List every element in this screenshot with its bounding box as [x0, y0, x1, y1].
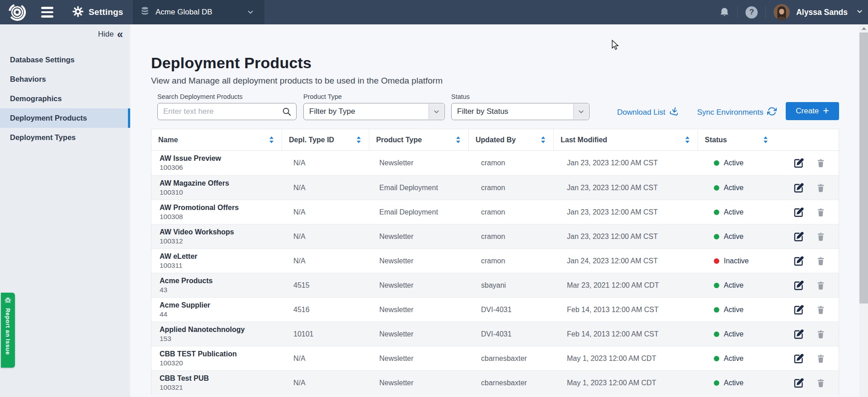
updated-by-cell: cramon [468, 200, 553, 224]
delete-trash-button[interactable] [816, 183, 825, 193]
edit-button[interactable] [793, 256, 804, 266]
delete-trash-button[interactable] [816, 305, 825, 315]
sort-icon[interactable] [685, 136, 689, 143]
last-modified-cell: Mar 23, 2021 12:00 AM CDT [553, 273, 698, 297]
scrollbar-up-arrow[interactable] [859, 24, 868, 33]
product-name[interactable]: CBB Test PUB [160, 374, 209, 383]
delete-trash-button[interactable] [816, 378, 825, 388]
product-type-cell: Newsletter [369, 224, 468, 248]
edit-button[interactable] [793, 280, 804, 291]
product-type-cell: Email Deployment [369, 176, 468, 200]
search-icon[interactable] [282, 107, 292, 118]
column-header-product-type[interactable]: Product Type [369, 129, 468, 150]
notifications-bell-icon[interactable] [719, 7, 730, 18]
sort-icon[interactable] [456, 136, 460, 143]
sidebar-item-database-settings[interactable]: Database Settings [0, 50, 130, 70]
search-label: Search Deployment Products [157, 93, 297, 100]
report-issue-tab[interactable]: Report an Issue [1, 293, 15, 368]
user-menu[interactable]: Alyssa Sands [774, 4, 863, 20]
depl-type-id-cell: N/A [282, 346, 369, 370]
product-name[interactable]: AW Magazine Offers [160, 179, 229, 188]
status-label: Active [724, 233, 744, 241]
table-row: AW Issue Preview 100306 N/A Newsletter c… [151, 151, 839, 175]
name-cell: Acme Products 43 [151, 273, 282, 297]
create-button[interactable]: Create + [786, 102, 839, 120]
nav-settings[interactable]: Settings [60, 0, 135, 24]
hide-label: Hide [98, 30, 114, 39]
name-cell: CBB TEST Publication 100320 [151, 346, 282, 370]
depl-type-id-cell: 10101 [282, 322, 369, 346]
column-header-last-modified[interactable]: Last Modified [553, 129, 698, 150]
chevron-down-icon [856, 8, 863, 17]
product-name[interactable]: AW Video Workshops [160, 228, 234, 237]
product-name[interactable]: AW eLetter [160, 252, 198, 261]
status-cell: Active [698, 371, 780, 395]
help-icon[interactable]: ? [745, 6, 758, 19]
product-type-cell: Newsletter [369, 371, 468, 395]
delete-trash-button[interactable] [816, 280, 825, 290]
product-type-select[interactable]: Filter by Type [303, 103, 445, 120]
edit-button[interactable] [793, 182, 804, 193]
delete-trash-button[interactable] [816, 329, 825, 339]
updated-by-cell: cbarnesbaxter [468, 371, 553, 395]
column-header-depl-type-id[interactable]: Depl. Type ID [282, 129, 369, 150]
table-header: Name Depl. Type ID Product Type Updated … [151, 129, 839, 151]
edit-button[interactable] [793, 378, 804, 388]
column-header-status[interactable]: Status [698, 129, 780, 150]
edit-button[interactable] [793, 158, 804, 168]
edit-button[interactable] [793, 329, 804, 340]
product-name[interactable]: AW Promotional Offers [160, 203, 239, 212]
delete-trash-button[interactable] [816, 232, 825, 242]
updated-by-cell: cbarnesbaxter [468, 346, 553, 370]
status-cell: Active [698, 224, 780, 248]
status-cell: Active [698, 322, 780, 346]
depl-type-id-cell: N/A [282, 371, 369, 395]
sort-icon[interactable] [269, 136, 274, 143]
scrollbar-thumb[interactable] [859, 33, 868, 304]
delete-trash-button[interactable] [816, 158, 825, 168]
search-input[interactable] [157, 103, 297, 120]
actions-cell [780, 249, 840, 273]
last-modified-cell: Jan 23, 2023 12:00 AM CST [553, 200, 698, 224]
product-name[interactable]: CBB TEST Publication [160, 350, 237, 359]
product-id: 43 [160, 285, 167, 294]
product-name[interactable]: AW Issue Preview [160, 154, 221, 163]
status-label: Active [724, 330, 744, 338]
menu-hamburger-icon[interactable] [34, 0, 60, 24]
delete-trash-button[interactable] [816, 256, 825, 266]
sync-environments-link[interactable]: Sync Environments [697, 107, 777, 118]
product-name[interactable]: Acme Products [160, 276, 212, 285]
status-select[interactable]: Filter by Status [451, 103, 590, 120]
column-header-updated-by[interactable]: Updated By [468, 129, 553, 150]
sort-icon[interactable] [357, 136, 361, 143]
sidebar-item-behaviors[interactable]: Behaviors [0, 70, 130, 89]
product-name[interactable]: Applied Nanotechnology [160, 325, 245, 334]
column-label: Depl. Type ID [289, 136, 334, 144]
download-list-link[interactable]: Download List [617, 107, 679, 118]
table-row: CBB Test PUB 100321 N/A Newsletter cbarn… [151, 370, 839, 395]
sort-icon[interactable] [541, 136, 545, 143]
product-id: 100310 [160, 188, 183, 197]
sort-icon[interactable] [764, 136, 768, 143]
edit-button[interactable] [793, 231, 804, 242]
sidebar-item-deployment-products[interactable]: Deployment Products [0, 108, 130, 128]
product-name[interactable]: Acme Supplier [160, 301, 210, 310]
deployment-products-table: Name Depl. Type ID Product Type Updated … [151, 129, 839, 395]
column-header-name[interactable]: Name [151, 129, 282, 150]
product-id: 153 [160, 334, 171, 343]
omeda-logo-icon[interactable] [0, 0, 34, 24]
status-label: Active [724, 355, 744, 363]
database-selector[interactable]: Acme Global DB [132, 0, 264, 24]
delete-trash-button[interactable] [816, 207, 825, 217]
updated-by-cell: cramon [468, 224, 553, 248]
edit-button[interactable] [793, 304, 804, 315]
last-modified-cell: May 1, 2023 12:00 AM CDT [553, 371, 698, 395]
settings-label: Settings [89, 7, 123, 17]
sidebar-item-deployment-types[interactable]: Deployment Types [0, 128, 130, 147]
sidebar-item-demographics[interactable]: Demographics [0, 89, 130, 108]
edit-button[interactable] [793, 353, 804, 364]
edit-button[interactable] [793, 207, 804, 218]
hide-sidebar-button[interactable]: Hide « [98, 30, 123, 39]
delete-trash-button[interactable] [816, 354, 825, 364]
status-cell: Active [698, 346, 780, 370]
